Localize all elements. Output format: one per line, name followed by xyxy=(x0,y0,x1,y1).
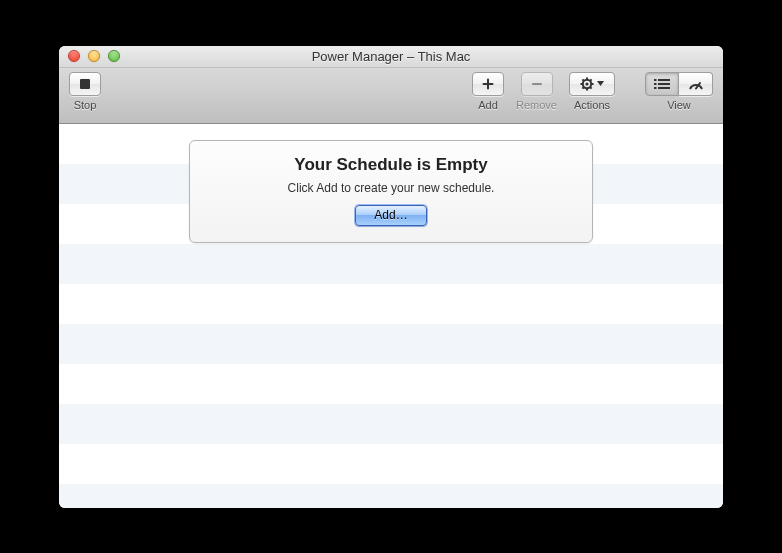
titlebar[interactable]: Power Manager – This Mac xyxy=(59,46,723,68)
minimize-window-button[interactable] xyxy=(88,50,100,62)
traffic-lights xyxy=(59,50,120,62)
svg-rect-16 xyxy=(654,83,657,85)
toolbar-group-view: View xyxy=(645,72,713,111)
view-label: View xyxy=(667,99,691,111)
remove-label: Remove xyxy=(516,99,557,111)
svg-rect-19 xyxy=(658,83,670,85)
svg-rect-20 xyxy=(658,87,670,89)
plus-icon xyxy=(481,77,495,91)
actions-label: Actions xyxy=(574,99,610,111)
toolbar-group-add: Add xyxy=(472,72,504,111)
stop-label: Stop xyxy=(74,99,97,111)
chevron-down-icon xyxy=(597,81,604,86)
minus-icon xyxy=(530,77,544,91)
toolbar-group-remove: Remove xyxy=(516,72,557,111)
svg-rect-15 xyxy=(654,79,657,81)
app-window: Power Manager – This Mac Stop xyxy=(59,46,723,508)
svg-line-10 xyxy=(590,86,592,88)
svg-line-11 xyxy=(590,79,592,81)
toolbar: Stop Add Remove xyxy=(59,68,723,124)
empty-add-button[interactable]: Add… xyxy=(355,205,427,226)
svg-rect-3 xyxy=(532,83,542,85)
svg-line-12 xyxy=(582,86,584,88)
svg-marker-14 xyxy=(597,81,604,86)
toolbar-group-stop: Stop xyxy=(69,72,101,111)
zoom-window-button[interactable] xyxy=(108,50,120,62)
view-gauge-button[interactable] xyxy=(679,72,713,96)
schedule-list: Your Schedule is Empty Click Add to crea… xyxy=(59,124,723,508)
svg-line-9 xyxy=(582,79,584,81)
actions-button[interactable] xyxy=(569,72,615,96)
add-label: Add xyxy=(478,99,498,111)
list-icon xyxy=(654,78,670,90)
add-button[interactable] xyxy=(472,72,504,96)
svg-rect-18 xyxy=(658,79,670,81)
empty-subtext: Click Add to create your new schedule. xyxy=(208,181,574,195)
svg-point-13 xyxy=(585,82,588,85)
window-title: Power Manager – This Mac xyxy=(59,49,723,64)
close-window-button[interactable] xyxy=(68,50,80,62)
empty-heading: Your Schedule is Empty xyxy=(208,155,574,175)
gear-icon xyxy=(580,77,604,91)
remove-button xyxy=(521,72,553,96)
svg-rect-0 xyxy=(80,79,90,89)
stop-icon xyxy=(78,77,92,91)
svg-rect-2 xyxy=(483,83,494,85)
view-list-button[interactable] xyxy=(645,72,679,96)
stop-button[interactable] xyxy=(69,72,101,96)
svg-rect-17 xyxy=(654,87,657,89)
gauge-icon xyxy=(688,78,704,90)
toolbar-group-actions: Actions xyxy=(569,72,615,111)
empty-state-panel: Your Schedule is Empty Click Add to crea… xyxy=(189,140,593,243)
view-segmented-control xyxy=(645,72,713,96)
